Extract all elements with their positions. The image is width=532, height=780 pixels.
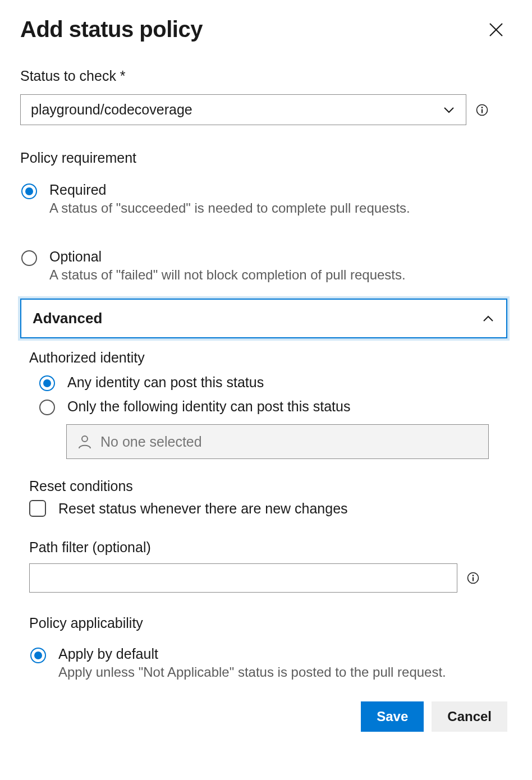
cancel-button[interactable]: Cancel: [432, 701, 507, 732]
radio-icon: [39, 375, 55, 391]
svg-point-5: [82, 436, 88, 442]
person-icon: [77, 434, 93, 449]
apply-default-label: Apply by default: [58, 646, 446, 662]
policy-required-label: Required: [49, 182, 410, 198]
advanced-accordion[interactable]: Advanced: [20, 299, 507, 338]
policy-optional-desc: A status of "failed" will not block comp…: [49, 267, 406, 283]
checkbox-icon: [29, 500, 46, 517]
close-icon: [487, 21, 505, 39]
status-info-icon[interactable]: [475, 103, 489, 117]
radio-icon: [21, 183, 37, 199]
policy-required-option[interactable]: Required A status of "succeeded" is need…: [20, 176, 507, 222]
identity-any-label: Any identity can post this status: [67, 374, 264, 391]
svg-point-3: [481, 107, 483, 108]
authorized-identity-label: Authorized identity: [29, 350, 507, 366]
chevron-up-icon: [481, 312, 495, 325]
reset-conditions-label: Reset conditions: [29, 478, 507, 494]
apply-default-option[interactable]: Apply by default Apply unless "Not Appli…: [29, 640, 507, 686]
panel-title: Add status policy: [20, 17, 203, 42]
close-button[interactable]: [485, 19, 507, 41]
path-filter-info-icon[interactable]: [466, 571, 480, 585]
status-to-check-label: Status to check *: [20, 68, 507, 84]
reset-on-change-checkbox[interactable]: Reset status whenever there are new chan…: [29, 500, 507, 517]
chevron-down-icon: [442, 103, 456, 117]
svg-rect-4: [481, 109, 483, 113]
svg-rect-8: [473, 577, 474, 581]
status-to-check-select[interactable]: playground/codecoverage: [20, 94, 466, 125]
apply-default-desc: Apply unless "Not Applicable" status is …: [58, 664, 446, 680]
reset-on-change-label: Reset status whenever there are new chan…: [58, 501, 348, 517]
policy-optional-label: Optional: [49, 249, 406, 265]
radio-icon: [30, 648, 46, 663]
status-to-check-value: playground/codecoverage: [31, 102, 192, 118]
radio-icon: [39, 400, 55, 415]
path-filter-label: Path filter (optional): [29, 539, 507, 556]
policy-required-desc: A status of "succeeded" is needed to com…: [49, 200, 410, 216]
svg-point-7: [473, 575, 474, 576]
save-button[interactable]: Save: [361, 701, 424, 732]
identity-only-option[interactable]: Only the following identity can post thi…: [38, 394, 507, 419]
path-filter-input[interactable]: [29, 563, 457, 593]
radio-icon: [21, 250, 37, 266]
identity-any-option[interactable]: Any identity can post this status: [38, 370, 507, 394]
identity-placeholder: No one selected: [100, 434, 202, 450]
identity-picker[interactable]: No one selected: [66, 424, 489, 459]
policy-requirement-label: Policy requirement: [20, 150, 507, 166]
advanced-label: Advanced: [33, 310, 102, 327]
policy-applicability-label: Policy applicability: [29, 615, 507, 631]
policy-optional-option[interactable]: Optional A status of "failed" will not b…: [20, 243, 507, 288]
identity-only-label: Only the following identity can post thi…: [67, 398, 350, 415]
